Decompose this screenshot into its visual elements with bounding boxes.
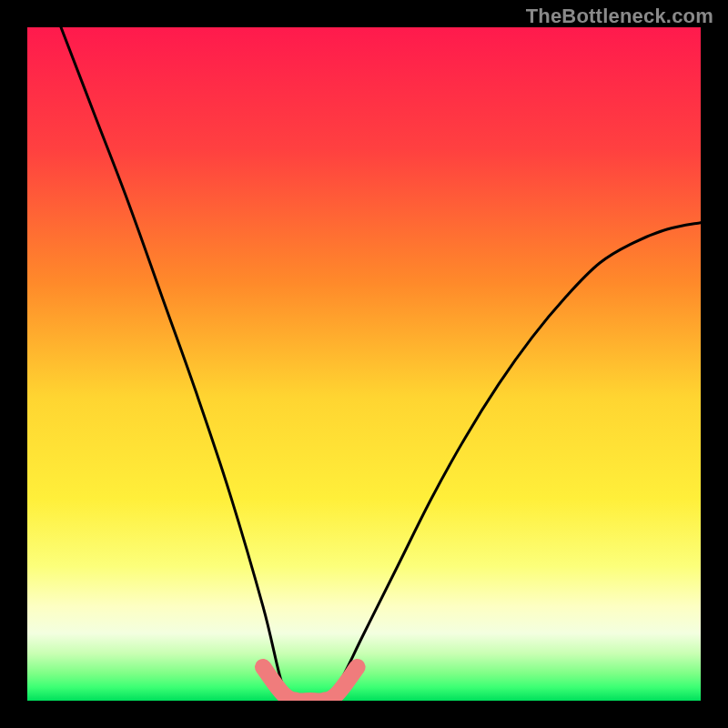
watermark-text: TheBottleneck.com [526, 5, 713, 28]
gradient-plot-area [27, 27, 701, 701]
bottleneck-chart [0, 0, 728, 728]
chart-frame: TheBottleneck.com [0, 0, 728, 728]
